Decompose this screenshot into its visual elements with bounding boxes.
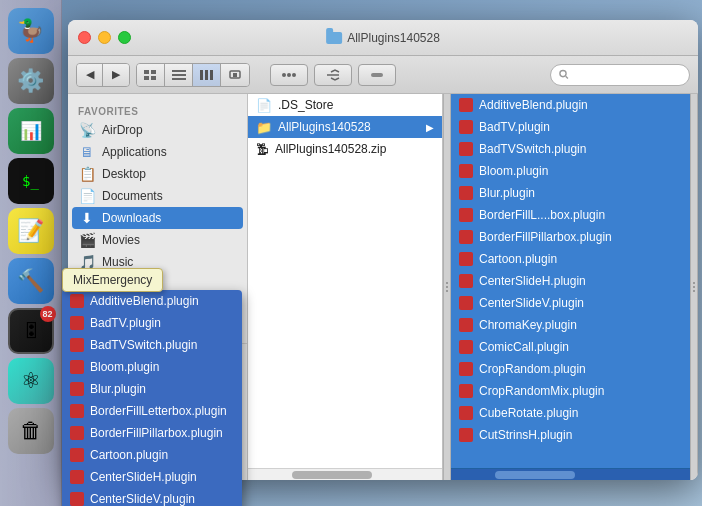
plugin-hscrollbar[interactable] xyxy=(451,468,690,480)
plugin-color-swatch xyxy=(459,208,473,222)
plugin-item[interactable]: BorderFillPillarbox.plugin xyxy=(451,226,690,248)
documents-icon: 📄 xyxy=(78,188,96,204)
dock-icon-terminal[interactable]: $_ xyxy=(8,158,54,204)
plugin-item[interactable]: BadTV.plugin xyxy=(451,116,690,138)
autocomplete-item[interactable]: Blur.plugin xyxy=(62,378,242,400)
view-icon-button[interactable] xyxy=(137,64,165,86)
plugin-color-swatch xyxy=(70,492,84,506)
svg-rect-5 xyxy=(172,74,186,76)
autocomplete-item[interactable]: CenterSlideH.plugin xyxy=(62,466,242,488)
minimize-button[interactable] xyxy=(98,31,111,44)
svg-rect-16 xyxy=(371,73,383,77)
resize-dots xyxy=(446,282,448,292)
action-button[interactable] xyxy=(270,64,308,86)
dock-icon-atom[interactable]: ⚛ xyxy=(8,358,54,404)
dock-icon-notes[interactable]: 📝 xyxy=(8,208,54,254)
view-list-button[interactable] xyxy=(165,64,193,86)
plugin-color-swatch xyxy=(459,274,473,288)
plugin-item[interactable]: AdditiveBlend.plugin xyxy=(451,94,690,116)
share-button[interactable] xyxy=(314,64,352,86)
svg-rect-0 xyxy=(144,70,149,74)
sidebar-item-downloads[interactable]: ⬇ Downloads xyxy=(72,207,243,229)
plugin-color-swatch xyxy=(459,428,473,442)
autocomplete-item[interactable]: BadTV.plugin xyxy=(62,312,242,334)
column-downloads: 📄 .DS_Store 📁 AllPlugins140528 ▶ 🗜 AllPl… xyxy=(248,94,443,480)
resize-dots-2 xyxy=(693,282,695,292)
titlebar: AllPlugins140528 xyxy=(68,20,698,56)
plugin-color-swatch xyxy=(459,318,473,332)
plugin-color-swatch xyxy=(70,316,84,330)
autocomplete-item[interactable]: Cartoon.plugin xyxy=(62,444,242,466)
plugin-color-swatch xyxy=(70,294,84,308)
plugin-color-swatch xyxy=(459,296,473,310)
maximize-button[interactable] xyxy=(118,31,131,44)
plugin-item[interactable]: CenterSlideV.plugin xyxy=(451,292,690,314)
downloads-icon: ⬇ xyxy=(78,210,96,226)
view-column-button[interactable] xyxy=(193,64,221,86)
autocomplete-item[interactable]: BorderFillLetterbox.plugin xyxy=(62,400,242,422)
sidebar-item-applications[interactable]: 🖥 Applications xyxy=(68,141,247,163)
svg-rect-1 xyxy=(151,70,156,74)
svg-rect-4 xyxy=(172,70,186,72)
plugin-item[interactable]: CropRandom.plugin xyxy=(451,358,690,380)
arrow-icon: ▶ xyxy=(426,122,434,133)
autocomplete-item[interactable]: CenterSlideV.plugin xyxy=(62,488,242,506)
plugin-item[interactable]: Cartoon.plugin xyxy=(451,248,690,270)
sidebar-item-movies[interactable]: 🎬 Movies xyxy=(68,229,247,251)
file-item-allplugins-zip[interactable]: 🗜 AllPlugins140528.zip xyxy=(248,138,442,160)
toolbar: ◀ ▶ xyxy=(68,56,698,94)
sidebar-item-documents[interactable]: 📄 Documents xyxy=(68,185,247,207)
plugin-item[interactable]: CubeRotate.plugin xyxy=(451,402,690,424)
resize-handle-1[interactable] xyxy=(443,94,451,480)
plugin-item[interactable]: CropRandomMix.plugin xyxy=(451,380,690,402)
svg-rect-7 xyxy=(200,70,203,80)
plugin-item[interactable]: CutStrinsH.plugin xyxy=(451,424,690,446)
view-cover-button[interactable] xyxy=(221,64,249,86)
traffic-lights xyxy=(78,31,131,44)
applications-icon: 🖥 xyxy=(78,144,96,160)
svg-rect-9 xyxy=(210,70,213,80)
plugin-item[interactable]: Bloom.plugin xyxy=(451,160,690,182)
dock-icon-gear[interactable]: ⚙️ xyxy=(8,58,54,104)
sidebar-item-desktop[interactable]: 📋 Desktop xyxy=(68,163,247,185)
file-item-ds-store[interactable]: 📄 .DS_Store xyxy=(248,94,442,116)
plugin-color-swatch xyxy=(70,448,84,462)
plugin-item[interactable]: BadTVSwitch.plugin xyxy=(451,138,690,160)
autocomplete-item[interactable]: BadTVSwitch.plugin xyxy=(62,334,242,356)
resize-handle-2[interactable] xyxy=(690,94,698,480)
forward-button[interactable]: ▶ xyxy=(103,64,129,86)
autocomplete-item[interactable]: AdditiveBlend.plugin xyxy=(62,290,242,312)
dock-icon-duck[interactable]: 🦆 xyxy=(8,8,54,54)
scrollbar-thumb[interactable] xyxy=(292,471,372,479)
plugin-item[interactable]: ComicCall.plugin xyxy=(451,336,690,358)
plugin-item[interactable]: Blur.plugin xyxy=(451,182,690,204)
dock-icon-monitor[interactable]: 📊 xyxy=(8,108,54,154)
svg-rect-11 xyxy=(233,73,237,77)
plugin-scrollbar-thumb[interactable] xyxy=(495,471,575,479)
nav-buttons: ◀ ▶ xyxy=(76,63,130,87)
svg-point-13 xyxy=(287,73,291,77)
back-button[interactable]: ◀ xyxy=(77,64,103,86)
sidebar-item-airdrop[interactable]: 📡 AirDrop xyxy=(68,119,247,141)
autocomplete-item[interactable]: Bloom.plugin xyxy=(62,356,242,378)
dock-icon-mixemergency[interactable]: 🎛 82 xyxy=(8,308,54,354)
plugin-item[interactable]: ChromaKey.plugin xyxy=(451,314,690,336)
svg-point-14 xyxy=(292,73,296,77)
plugin-item[interactable]: BorderFillL....box.plugin xyxy=(451,204,690,226)
file-item-allplugins[interactable]: 📁 AllPlugins140528 ▶ xyxy=(248,116,442,138)
svg-rect-3 xyxy=(151,76,156,80)
dock-icon-xcode[interactable]: 🔨 xyxy=(8,258,54,304)
plugin-item[interactable]: CenterSlideH.plugin xyxy=(451,270,690,292)
column-plugins: AdditiveBlend.plugin BadTV.plugin BadTVS… xyxy=(451,94,690,480)
hscrollbar[interactable] xyxy=(248,468,442,480)
search-icon xyxy=(559,69,569,80)
search-box[interactable] xyxy=(550,64,690,86)
dock-icon-trash[interactable]: 🗑 xyxy=(8,408,54,454)
close-button[interactable] xyxy=(78,31,91,44)
search-input[interactable] xyxy=(573,69,681,81)
zip-icon: 🗜 xyxy=(256,142,269,157)
autocomplete-item[interactable]: BorderFillPillarbox.plugin xyxy=(62,422,242,444)
movies-icon: 🎬 xyxy=(78,232,96,248)
arrange-button[interactable] xyxy=(358,64,396,86)
plugin-color-swatch xyxy=(459,186,473,200)
